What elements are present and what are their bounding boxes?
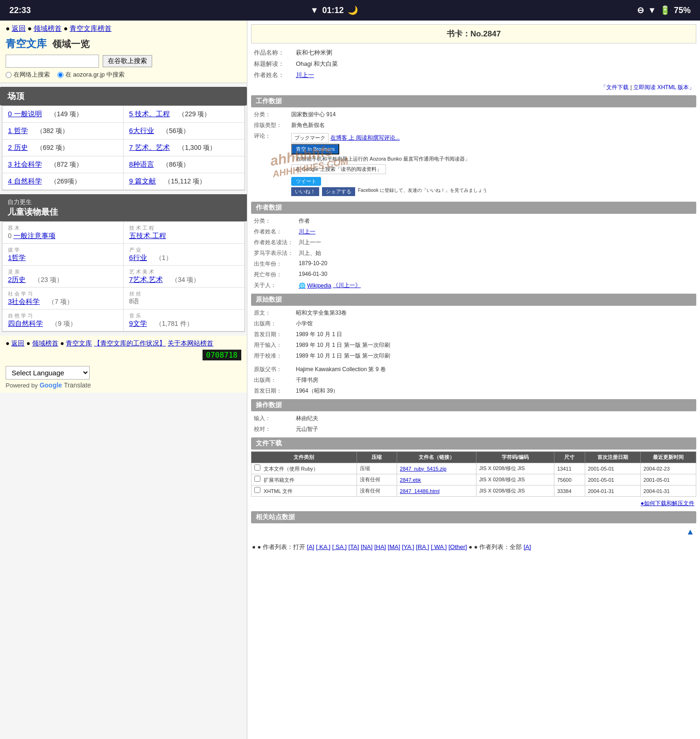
select-language-wrapper[interactable]: Select Language (6, 363, 241, 380)
child-label-4: 自 然 学 习 (8, 312, 118, 319)
file-last-1: 2004-02-23 (640, 463, 696, 474)
radio-web-label: 在网络上搜索 (14, 70, 50, 79)
author-list-link-other[interactable]: [Other] (448, 543, 467, 550)
author-list-link-NA[interactable]: [NA] (361, 543, 372, 550)
footer-dot1: ● (6, 339, 9, 348)
child-link-2[interactable]: 2历史 (8, 275, 26, 283)
author-list-link-YA[interactable]: [YA ] (402, 543, 414, 550)
child-id-0: 0 (8, 232, 12, 239)
google-search-btn[interactable]: 在 Google 上搜索「读书的阅读资料」 (291, 164, 386, 174)
footer-link2[interactable]: 领域榜首 (32, 339, 58, 348)
cat-link-1[interactable]: 1 哲学 (8, 127, 28, 134)
tags-label: 标题解读： (251, 58, 293, 70)
author-list-link-KA[interactable]: [ KA ] (316, 543, 330, 550)
cat-link-4[interactable]: 4 自然科学 (8, 177, 42, 185)
like-btn[interactable]: いいね！ (291, 187, 319, 196)
children-grid: 苏 木 0 一般注意事项 技 术 工 程 五技术.工程 拔 学 1哲学 产 业 … (2, 221, 245, 332)
cat-count-4: （269项） (44, 177, 81, 185)
book-card-header: 书卡：No.2847 (251, 24, 696, 43)
child-link-7[interactable]: 7艺术.艺术 (129, 275, 163, 283)
nav-link-ranking[interactable]: 领域榜首 (34, 24, 62, 33)
cat-link-5[interactable]: 5 技术。工程 (129, 110, 170, 118)
footer-link3[interactable]: 青空文库 (66, 339, 92, 348)
file-name-2: 2847.ebk (397, 474, 476, 486)
nav-link-back[interactable]: 返回 (12, 24, 26, 33)
nav-link-aozora[interactable]: 青空文库榜首 (70, 24, 112, 33)
footer-link5[interactable]: 关于本网站榜首 (168, 339, 213, 348)
radio-web[interactable]: 在网络上搜索 (6, 70, 50, 79)
cat-count-1: （382 项） (30, 127, 69, 134)
child-link-3[interactable]: 3社会科学 (8, 297, 40, 305)
search-input[interactable] (6, 55, 99, 68)
wiki-link[interactable]: 🌐 Wikipedia 《川上一》 (299, 282, 361, 289)
classification-label: 分类： (251, 109, 288, 120)
search-button[interactable]: 在谷歌上搜索 (103, 55, 152, 67)
author-name-link[interactable]: 川上一 (296, 226, 696, 237)
author-birth-label: 出生年份： (251, 259, 296, 269)
author-list-link-HA[interactable]: [HA] (374, 543, 386, 550)
cat-link-9[interactable]: 9 篇文献 (129, 177, 156, 185)
author-roman-label: 罗马字表示法： (251, 248, 296, 259)
author-list-link-MA[interactable]: [MA] (388, 543, 400, 550)
cat-link-6[interactable]: 6大行业 (129, 127, 154, 134)
social-row: ツイート (291, 177, 693, 186)
wiki-link-text: 《川上一》 (333, 282, 361, 289)
child-link-tech[interactable]: 五技术.工程 (129, 232, 166, 239)
author-list-link-WA[interactable]: [ WA ] (431, 543, 447, 550)
child-link-4[interactable]: 四自然科学 (8, 319, 43, 327)
child-link-6[interactable]: 6行业 (129, 253, 147, 261)
child-cell-1: 拔 学 1哲学 (2, 244, 124, 266)
file-col-compress: 压缩 (357, 452, 397, 463)
info-table: 作品名称： 萩和七种米粥 标题解读： Ohagi 和大白菜 作者姓名： 川上一 (251, 47, 696, 81)
file-link-1[interactable]: 2847_ruby_5415.zip (400, 466, 447, 472)
comment-value: ブックマーク 在博客 上 阅读和撰写评论... 青空 In Browsers 「… (288, 131, 696, 199)
radio-aozora[interactable]: 在 aozora.gr.jp 中搜索 (57, 70, 125, 79)
share-btn[interactable]: シェアする (322, 187, 355, 196)
file-checkbox-1[interactable] (254, 465, 260, 471)
author-list-link-A[interactable]: [A] (307, 543, 315, 550)
site-title: 青空文库 (6, 37, 47, 51)
publisher-label: 出版商： (251, 318, 293, 329)
author-name-reading-value: 川上一一 (296, 237, 696, 248)
author-list-link-TA[interactable]: [TA] (349, 543, 359, 550)
file-checkbox-3[interactable] (254, 487, 260, 493)
author-value[interactable]: 川上一 (293, 70, 696, 81)
google-badge[interactable]: ブックマーク (291, 133, 329, 143)
cat-link-2[interactable]: 2 历史 (8, 143, 28, 151)
file-checkbox-2[interactable] (254, 476, 260, 482)
file-link-2[interactable]: 2847.ebk (400, 477, 421, 483)
aozora-badge[interactable]: 青空 In Browsers (291, 144, 339, 155)
cat-link-7[interactable]: 7 艺术。艺术 (129, 143, 170, 151)
tweet-btn[interactable]: ツイート (291, 177, 321, 186)
select-language[interactable]: Select Language (6, 366, 90, 380)
ops-data-section: 操作数据 (251, 399, 696, 411)
footer-link1[interactable]: 返回 (11, 339, 24, 348)
file-row-3: XHTML 文件 没有任何 2847_14486.html JIS X 0208… (252, 486, 696, 497)
child-link-0[interactable]: 一般注意事项 (14, 232, 56, 239)
radio-aozora-input[interactable] (57, 72, 63, 78)
file-row-1: 文本文件（使用 Ruby） 压缩 2847_ruby_5415.zip JIS … (252, 463, 696, 474)
cat-link-0[interactable]: 0 一般说明 (8, 110, 42, 118)
radio-aozora-label: 在 aozora.gr.jp 中搜索 (65, 70, 125, 79)
file-type-2: 扩展书籍文件 (252, 474, 357, 486)
fb-text: Facebook に登録して、友達の「いいね！」を見てみましょう (358, 187, 487, 196)
how-to-anchor[interactable]: ●如何下载和解压文件 (641, 500, 694, 507)
file-link-3[interactable]: 2847_14486.html (400, 488, 440, 494)
author-list-all-A[interactable]: [A] (524, 543, 531, 550)
author-list-link-RA[interactable]: [RA ] (416, 543, 429, 550)
read-xhtml-link[interactable]: 立即阅读 XHTML 版本」 (633, 84, 694, 91)
child-link-9[interactable]: 9文学 (129, 319, 147, 327)
file-first-1: 2001-05-01 (585, 463, 640, 474)
cat-link-3[interactable]: 3 社会科学 (8, 160, 42, 168)
radio-web-input[interactable] (6, 72, 12, 78)
work-data-table: 分类： 国家数据中心 914 排版类型： 新角色新假名 评论： ブックマーク 在… (251, 109, 696, 199)
footer-link4[interactable]: 【青空文库的工作状况】 (94, 339, 166, 348)
child-link-1[interactable]: 1哲学 (8, 253, 26, 261)
domain-title: 领域一览 (52, 38, 90, 50)
file-download-link[interactable]: 「文件下载 (601, 84, 629, 91)
verify-used-value: 1989 年 10 月 1 日 第一版 第一次印刷 (293, 351, 696, 361)
comment-blog-link[interactable]: 在博客 上 阅读和撰写评论... (330, 134, 400, 142)
cat-link-8[interactable]: 8种语言 (129, 160, 154, 168)
author-link[interactable]: 川上一 (296, 71, 314, 78)
author-list-link-SA[interactable]: [ SA ] (332, 543, 347, 550)
